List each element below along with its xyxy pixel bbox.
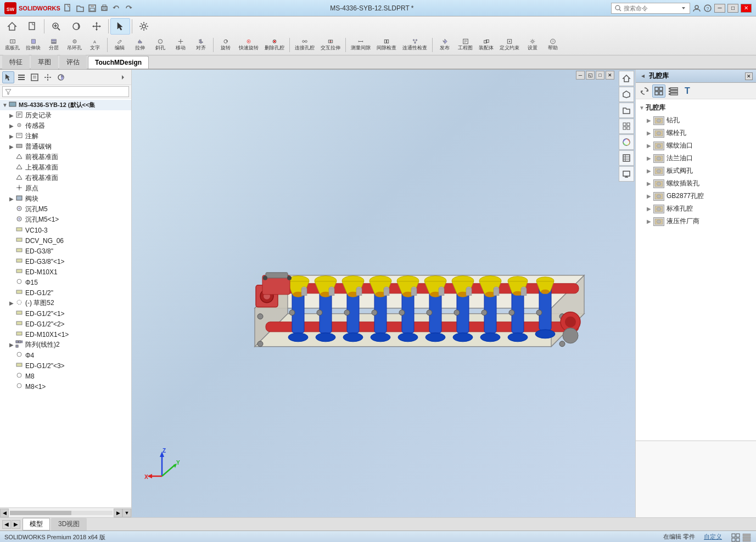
cavity-item-2[interactable]: ▶ 螺纹油口	[636, 139, 756, 152]
vp-maximize-btn[interactable]: □	[596, 71, 604, 80]
lp-select-btn[interactable]	[2, 71, 14, 83]
duiqi-btn[interactable]: 对齐	[191, 37, 211, 53]
tree-item-edg38-1[interactable]: ED-G3/8"<1>	[0, 256, 131, 267]
tab-model[interactable]: 模型	[23, 518, 50, 530]
minimize-btn[interactable]: ─	[714, 4, 725, 13]
celiangjian-btn[interactable]: 测量间隙	[348, 37, 373, 53]
tree-item-front-plane[interactable]: 前视基准面	[0, 152, 131, 162]
cavity-item-3[interactable]: ▶ 法兰油口	[636, 152, 756, 165]
vp-minimize-btn[interactable]: ─	[576, 71, 585, 80]
tree-item-annotation[interactable]: ▶ 注解	[0, 131, 131, 142]
settings-btn[interactable]	[134, 18, 154, 35]
redo-icon[interactable]	[124, 4, 133, 13]
lp-list-btn[interactable]	[15, 71, 27, 83]
save-icon[interactable]	[88, 4, 97, 13]
jiaohuila-btn[interactable]: 交互拉伸	[318, 37, 343, 53]
new-doc-btn[interactable]	[23, 18, 42, 35]
tree-item-phi15[interactable]: Φ15	[0, 277, 131, 287]
tree-item-edm10x1-1[interactable]: ED-M10X1<1>	[0, 329, 131, 340]
lashenblock-btn[interactable]: 拉伸块	[23, 37, 43, 53]
tree-item-sketch52[interactable]: ▶ (-) 草图52	[0, 298, 131, 308]
cavity-item-8[interactable]: ▶ 液压件厂商	[636, 215, 756, 228]
tab-tezheng[interactable]: 特征	[2, 55, 30, 69]
rp-info-btn[interactable]: T	[681, 84, 694, 98]
vp-folder-btn[interactable]	[619, 103, 634, 118]
rp-close-btn[interactable]: ✕	[745, 72, 753, 80]
dingyiyue-btn[interactable]: 定义约束	[497, 37, 522, 53]
fabu-btn[interactable]: 发布	[435, 37, 455, 53]
rp-grid-view-btn[interactable]	[652, 84, 665, 98]
vp-render-btn[interactable]	[619, 150, 634, 166]
print-icon[interactable]	[100, 4, 109, 13]
filter-input[interactable]	[12, 87, 126, 97]
tree-item-top-plane[interactable]: 上视基准面	[0, 162, 131, 173]
tree-item-vc103[interactable]: VC10-3	[0, 225, 131, 235]
hscroll-right[interactable]: ▶	[114, 509, 122, 517]
tree-vscroll-down[interactable]: ▼	[122, 509, 131, 517]
tab-touchmdesign[interactable]: TouchMDesign	[88, 56, 149, 69]
tree-item-m5[interactable]: 沉孔M5	[0, 204, 131, 214]
cavity-item-0[interactable]: ▶ 钻孔	[636, 114, 756, 127]
lp-props-btn[interactable]	[29, 71, 41, 83]
help-icon[interactable]: ?	[703, 4, 712, 13]
kuaisuxz-btn[interactable]: 快速旋转	[236, 37, 261, 53]
tree-item-edg12-2[interactable]: ED-G1/2"<2>	[0, 319, 131, 329]
shanchukon-btn[interactable]: 删除孔腔	[262, 37, 287, 53]
tree-item-array[interactable]: ▶ 阵列(线性)2	[0, 340, 131, 350]
tree-item-edg12-3[interactable]: ED-G1/2"<3>	[0, 360, 131, 371]
user-icon[interactable]	[692, 4, 701, 13]
lianjiekon-btn[interactable]: 连接孔腔	[292, 37, 317, 53]
tree-root-node[interactable]: ▼ MS-4336-SYB-12 (默认<<集	[0, 100, 131, 110]
jianjiancha-btn[interactable]: 间隙检查	[374, 37, 399, 53]
xiekon-btn[interactable]: 斜孔	[150, 37, 170, 53]
lp-center-btn[interactable]	[42, 71, 54, 83]
pan-btn[interactable]	[87, 18, 107, 35]
tab-3dview[interactable]: 3D视图	[51, 518, 87, 530]
cavity-item-7[interactable]: ▶ 标准孔腔	[636, 202, 756, 215]
zhuangpeiti-btn[interactable]: 装配体	[476, 37, 496, 53]
tree-item-dcvng06[interactable]: DCV_NG_06	[0, 235, 131, 246]
tree-item-history[interactable]: ▶ 历史记录	[0, 110, 131, 121]
maximize-btn[interactable]: □	[727, 4, 738, 13]
zoom-extents-btn[interactable]	[46, 18, 66, 35]
undo-icon[interactable]	[112, 4, 121, 13]
tab-nav-prev[interactable]: ◀	[2, 520, 11, 529]
tab-pingjia[interactable]: 评估	[59, 55, 87, 69]
tree-item-edg38[interactable]: ED-G3/8"	[0, 246, 131, 256]
vp-isometric-btn[interactable]	[619, 87, 634, 102]
lp-pie-btn[interactable]	[55, 71, 67, 83]
vp-grid-btn[interactable]	[619, 118, 634, 134]
search-dropdown-icon[interactable]	[681, 5, 686, 11]
tree-item-origin[interactable]: 原点	[0, 183, 131, 194]
cavity-root[interactable]: ▼ 孔腔库	[636, 101, 756, 114]
xuanzhuan-btn[interactable]: 旋转	[216, 37, 236, 53]
tab-nav-next[interactable]: ▶	[12, 520, 20, 529]
hscroll-left[interactable]: ◀	[0, 509, 9, 517]
lp-expand-btn[interactable]	[117, 71, 129, 83]
tree-item-edm10x1[interactable]: ED-M10X1	[0, 267, 131, 277]
bangzhu-btn[interactable]: ? 帮助	[543, 37, 563, 53]
shezhi-btn[interactable]: 设置	[523, 37, 542, 53]
vp-color-btn[interactable]	[619, 134, 634, 150]
rotate-btn[interactable]	[66, 18, 86, 35]
gongchengtu-btn[interactable]: 工程图	[455, 37, 475, 53]
tree-hscrollbar[interactable]: ◀ ▶ ▼	[0, 507, 131, 517]
open-icon[interactable]	[76, 4, 85, 13]
statusbar-customize[interactable]: 自定义	[704, 533, 722, 543]
cavity-item-1[interactable]: ▶ 螺栓孔	[636, 127, 756, 139]
rp-refresh-btn[interactable]	[638, 84, 651, 98]
cavity-item-4[interactable]: ▶ 板式阀孔	[636, 165, 756, 177]
tree-item-sensor[interactable]: ▶ 传感器	[0, 121, 131, 131]
vp-home-btn[interactable]	[619, 71, 634, 86]
home-btn[interactable]	[2, 18, 22, 35]
rp-list-view-btn[interactable]	[667, 84, 680, 98]
fenceng-btn[interactable]: 分层	[44, 37, 64, 53]
tree-item-m5-1[interactable]: 沉孔M5<1>	[0, 214, 131, 225]
close-btn[interactable]: ✕	[741, 4, 752, 13]
tree-item-m8[interactable]: M8	[0, 371, 131, 381]
vp-close-btn[interactable]: ✕	[606, 71, 614, 80]
liantongxing-btn[interactable]: 连通性检查	[400, 37, 430, 53]
wenzi-btn[interactable]: A 文字	[85, 37, 105, 53]
lashen-btn[interactable]: 拉伸	[130, 37, 150, 53]
hscroll-track[interactable]	[10, 511, 113, 515]
